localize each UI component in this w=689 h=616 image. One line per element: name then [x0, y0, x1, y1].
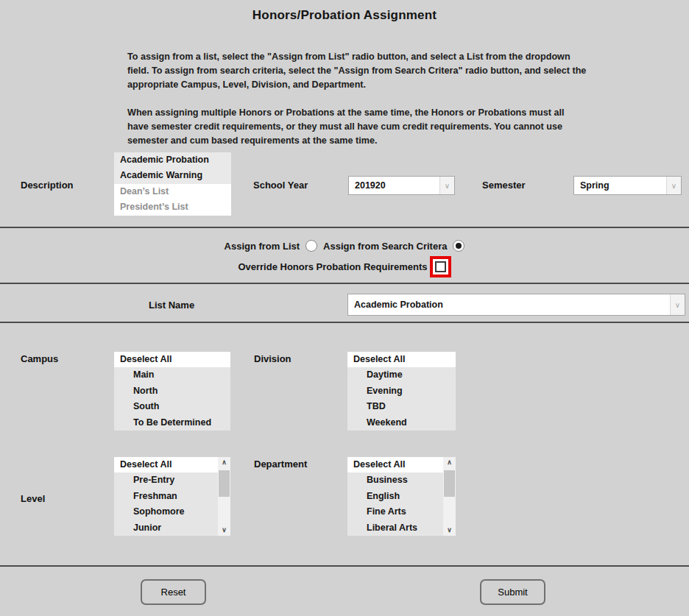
semester-dropdown[interactable]: Spring ∨: [573, 176, 682, 195]
chevron-down-icon[interactable]: ∨: [670, 294, 685, 315]
assign-from-search-label: Assign from Search Critera: [323, 241, 447, 252]
assign-from-list-radio[interactable]: [305, 240, 317, 252]
override-checkbox[interactable]: [435, 261, 446, 272]
divider: [0, 227, 689, 228]
semester-label: Semester: [482, 180, 526, 191]
description-option[interactable]: Academic Warning: [114, 168, 231, 183]
honors-probation-form: Honors/Probation Assignment To assign fr…: [0, 0, 689, 616]
scroll-up-icon[interactable]: ∧: [218, 457, 230, 468]
division-option[interactable]: TBD: [347, 399, 456, 414]
override-label: Override Honors Probation Requirements: [238, 261, 427, 272]
chevron-down-icon[interactable]: ∨: [666, 177, 681, 194]
department-option[interactable]: English: [347, 489, 443, 504]
division-option[interactable]: Weekend: [347, 415, 456, 431]
list-name-value: Academic Probation: [348, 294, 670, 315]
department-option[interactable]: Fine Arts: [347, 504, 443, 520]
scroll-down-icon[interactable]: ∨: [218, 525, 230, 536]
reset-button[interactable]: Reset: [141, 579, 206, 605]
description-label: Description: [21, 180, 74, 191]
assign-from-search-radio[interactable]: [453, 240, 464, 252]
description-option[interactable]: Academic Probation: [114, 152, 231, 168]
campus-option-deselect-all[interactable]: Deselect All: [114, 352, 230, 367]
department-label: Department: [254, 459, 307, 470]
level-option[interactable]: Freshman: [114, 489, 218, 504]
assign-from-list-label: Assign from List: [225, 241, 300, 252]
semester-value: Spring: [574, 177, 666, 194]
level-option[interactable]: Junior: [114, 520, 218, 536]
divider: [0, 322, 689, 323]
list-name-label: List Name: [149, 300, 194, 311]
list-name-dropdown[interactable]: Academic Probation ∨: [347, 294, 685, 316]
submit-button[interactable]: Submit: [480, 579, 545, 605]
campus-option[interactable]: South: [114, 399, 230, 414]
level-option[interactable]: Pre-Entry: [114, 472, 218, 488]
department-scrollbar[interactable]: ∧ ∨: [443, 457, 456, 536]
instructions-paragraph-1: To assign from a list, select the "Assig…: [127, 50, 587, 92]
division-option-deselect-all[interactable]: Deselect All: [347, 352, 456, 367]
division-label: Division: [254, 353, 292, 364]
division-listbox: Deselect All Daytime Evening TBD Weekend: [347, 352, 456, 431]
campus-option[interactable]: To Be Determined: [114, 415, 230, 431]
scroll-up-icon[interactable]: ∧: [443, 457, 456, 468]
campus-listbox: Deselect All Main North South To Be Dete…: [114, 352, 230, 431]
divider: [0, 565, 689, 567]
department-option-deselect-all[interactable]: Deselect All: [347, 457, 443, 472]
campus-option[interactable]: Main: [114, 367, 230, 383]
level-option[interactable]: Sophomore: [114, 504, 218, 520]
page-title: Honors/Probation Assignment: [0, 8, 689, 23]
campus-label: Campus: [21, 353, 58, 364]
level-scrollbar[interactable]: ∧ ∨: [218, 457, 230, 536]
school-year-dropdown[interactable]: 201920 ∨: [348, 176, 455, 195]
department-listbox: Deselect All Business English Fine Arts …: [347, 457, 456, 536]
divider: [0, 283, 689, 284]
description-listbox: Academic Probation Academic Warning Dean…: [114, 152, 231, 216]
school-year-label: School Year: [253, 180, 308, 191]
level-listbox: Deselect All Pre-Entry Freshman Sophomor…: [114, 457, 230, 536]
instructions-paragraph-2: When assigning multiple Honors or Probat…: [127, 106, 587, 148]
department-option[interactable]: Business: [347, 472, 443, 488]
description-option[interactable]: Dean’s List: [114, 184, 231, 199]
level-option-deselect-all[interactable]: Deselect All: [114, 457, 218, 472]
override-highlight-box: [430, 256, 451, 277]
scrollbar-thumb[interactable]: [444, 470, 455, 497]
description-option[interactable]: President’s List: [114, 199, 231, 215]
division-option[interactable]: Evening: [347, 383, 456, 399]
override-row: Override Honors Probation Requirements: [0, 255, 689, 277]
scrollbar-thumb[interactable]: [219, 470, 230, 497]
chevron-down-icon[interactable]: ∨: [439, 177, 454, 194]
assign-mode-row: Assign from List Assign from Search Crit…: [0, 239, 689, 252]
level-label: Level: [21, 493, 45, 504]
campus-option[interactable]: North: [114, 383, 230, 399]
department-option[interactable]: Liberal Arts: [347, 520, 443, 536]
scroll-down-icon[interactable]: ∨: [443, 525, 456, 536]
school-year-value: 201920: [349, 177, 439, 194]
instructions: To assign from a list, select the "Assig…: [127, 50, 587, 148]
division-option[interactable]: Daytime: [347, 367, 456, 383]
